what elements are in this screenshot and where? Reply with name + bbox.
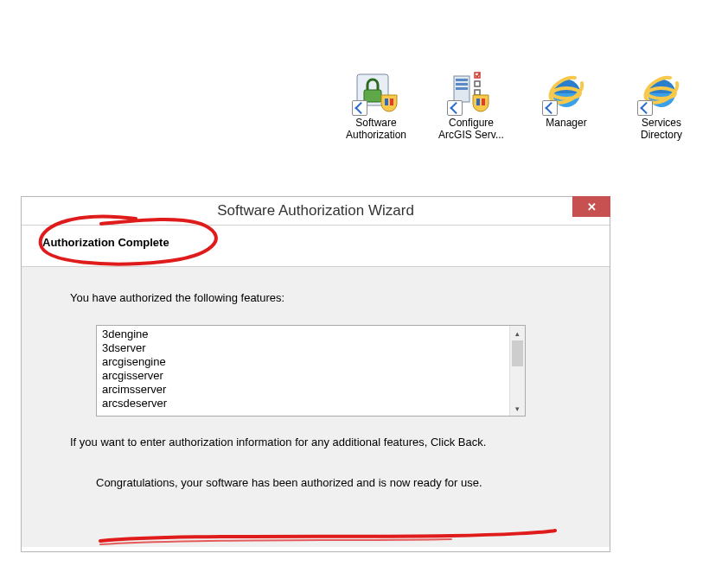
dialog-subheader: Authorization Complete [22,226,610,267]
dialog-content: You have authorized the following featur… [22,267,610,547]
features-listbox[interactable]: 3dengine3dserverarcgisenginearcgisserver… [96,325,526,417]
desktop-icon-software-authorization[interactable]: Software Authorization [337,69,415,142]
close-button[interactable]: ✕ [572,196,610,217]
desktop-icon-label: Services Directory [623,118,700,142]
feature-item[interactable]: arcgisserver [102,369,504,383]
scroll-down-icon[interactable]: ▾ [510,401,525,416]
svg-rect-3 [390,99,393,105]
ie-icon [639,69,684,114]
svg-rect-5 [456,79,468,81]
features-list: 3dengine3dserverarcgisenginearcgisserver… [97,326,509,416]
close-icon: ✕ [587,200,597,213]
intro-text: You have authorized the following featur… [70,291,561,304]
dialog-title: Software Authorization Wizard [217,202,414,219]
svg-rect-9 [475,81,480,86]
svg-rect-10 [475,90,480,95]
desktop-icons-row: Software Authorization Configure ArcGIS … [337,69,700,142]
note-text: If you want to enter authorization infor… [70,436,561,448]
svg-rect-11 [476,99,480,105]
svg-rect-2 [385,99,388,105]
svg-rect-6 [456,83,468,86]
wizard-dialog: Software Authorization Wizard ✕ Authoriz… [21,196,610,552]
server-shield-icon [449,69,494,114]
ie-icon [544,69,589,114]
desktop-icon-configure-arcgis[interactable]: Configure ArcGIS Serv... [432,69,510,142]
desktop-icon-manager[interactable]: Manager [527,69,605,142]
desktop-icon-label: Manager [546,118,586,130]
titlebar: Software Authorization Wizard ✕ [22,197,610,226]
lock-shield-icon [354,69,399,114]
feature-item[interactable]: 3dserver [102,341,504,355]
desktop-icon-label: Configure ArcGIS Serv... [432,118,510,142]
svg-rect-12 [482,99,485,105]
scrollbar[interactable]: ▴ ▾ [509,326,525,416]
feature-item[interactable]: arcgisengine [102,355,504,369]
feature-item[interactable]: arcsdeserver [102,397,504,410]
feature-item[interactable]: arcimsserver [102,383,504,397]
congrats-text: Congratulations, your software has been … [96,476,561,489]
svg-rect-7 [456,87,468,90]
scroll-up-icon[interactable]: ▴ [510,326,525,340]
dialog-heading: Authorization Complete [42,236,169,249]
feature-item[interactable]: 3dengine [102,328,504,341]
desktop-icon-label: Software Authorization [337,118,415,142]
desktop-icon-services-directory[interactable]: Services Directory [623,69,700,142]
scroll-thumb[interactable] [512,340,523,366]
